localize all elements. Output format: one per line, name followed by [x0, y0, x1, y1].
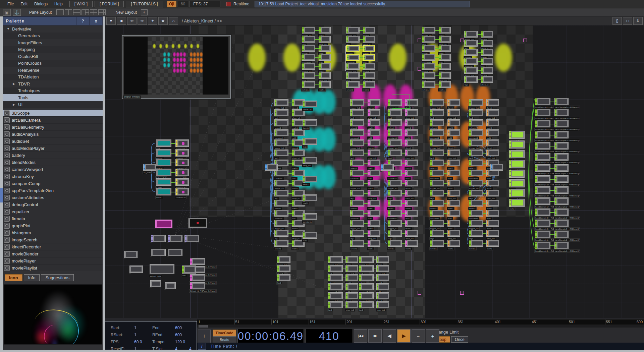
tree-item-realsense[interactable]: RealSense — [3, 67, 103, 74]
pane-vertical-icon[interactable]: ▯ — [612, 17, 622, 25]
menu-item-edit[interactable]: Edit — [17, 1, 31, 7]
network-node[interactable] — [350, 99, 364, 106]
time-path-slash-button[interactable]: / — [198, 343, 206, 350]
menu-item-file[interactable]: File — [4, 1, 17, 7]
network-node[interactable] — [535, 109, 550, 116]
network-node[interactable] — [486, 99, 499, 106]
network-node[interactable] — [430, 170, 444, 176]
network-node[interactable] — [359, 265, 374, 272]
network-canvas[interactable]: output_window TOPconstant21btcolor1const… — [105, 25, 644, 318]
network-node[interactable] — [277, 274, 290, 281]
network-node[interactable] — [156, 139, 171, 147]
tree-item-ui[interactable]: ▶UI — [3, 101, 103, 108]
network-node[interactable] — [535, 242, 550, 249]
network-node[interactable] — [368, 99, 380, 106]
network-node[interactable] — [439, 81, 451, 88]
network-node[interactable] — [405, 170, 418, 176]
network-node[interactable] — [328, 292, 343, 299]
tree-arrow-icon[interactable]: ▶ — [13, 82, 15, 85]
network-node[interactable] — [346, 81, 360, 88]
network-node[interactable] — [447, 170, 460, 176]
network-node[interactable] — [319, 45, 331, 52]
tree-item-mapping[interactable]: Mapping — [3, 46, 103, 53]
network-node[interactable] — [490, 164, 503, 171]
layout-preset-grid-6[interactable] — [98, 9, 106, 15]
network-node[interactable] — [447, 220, 460, 227]
network-node[interactable] — [469, 99, 483, 106]
network-node[interactable] — [368, 230, 380, 237]
timing-value[interactable]: 600 — [175, 326, 182, 330]
palette-item-histogram[interactable]: histogram — [3, 229, 103, 236]
layout-preset-quad[interactable] — [90, 9, 97, 15]
network-node[interactable] — [447, 160, 460, 166]
network-node[interactable] — [274, 200, 288, 207]
layout-preset-split-3[interactable] — [82, 9, 89, 15]
network-node[interactable] — [447, 139, 460, 146]
tree-item-oculusrift[interactable]: OculusRift — [3, 53, 103, 60]
add-icon[interactable]: + — [148, 17, 157, 25]
pause-button[interactable]: ▮▮ — [368, 329, 382, 343]
network-node[interactable] — [350, 220, 364, 227]
network-node[interactable] — [303, 101, 317, 107]
network-node[interactable] — [303, 176, 317, 182]
palette-item-audioAnalysis[interactable]: audioAnalysis — [3, 131, 103, 138]
network-node[interactable] — [319, 54, 331, 61]
network-node[interactable] — [447, 150, 460, 156]
network-node[interactable] — [481, 76, 493, 83]
network-node[interactable] — [469, 230, 483, 237]
palette-item-kinectRecorder[interactable]: kinectRecorder — [3, 243, 103, 250]
network-node[interactable] — [274, 150, 288, 156]
network-node[interactable] — [388, 230, 402, 237]
tree-item-tdableton[interactable]: TDAbleton — [3, 74, 103, 81]
network-node[interactable] — [535, 120, 550, 127]
network-node[interactable] — [274, 129, 288, 136]
network-node[interactable] — [359, 256, 374, 263]
network-node[interactable] — [302, 45, 315, 52]
network-node[interactable] — [346, 36, 360, 43]
menu-item-dialogs[interactable]: Dialogs — [31, 1, 51, 7]
network-node[interactable] — [156, 188, 171, 195]
network-node[interactable] — [274, 139, 288, 146]
network-node[interactable] — [368, 139, 380, 146]
timeline-ruler[interactable]: 151101151201251301351401451501551600 — [197, 319, 644, 325]
timing-value[interactable]: 4 — [189, 347, 192, 351]
network-node[interactable] — [328, 265, 343, 272]
menu-item-help[interactable]: Help — [51, 1, 66, 7]
network-node[interactable] — [554, 142, 569, 150]
network-node[interactable] — [350, 240, 364, 247]
network-node[interactable] — [175, 149, 189, 157]
cursor-mode-button[interactable]: I — [198, 330, 211, 343]
network-node[interactable] — [535, 98, 550, 105]
network-node[interactable] — [469, 210, 483, 217]
network-node[interactable] — [350, 109, 364, 116]
network-node[interactable] — [156, 169, 171, 176]
network-node[interactable] — [345, 292, 358, 299]
tree-item-tools[interactable]: Tools — [3, 94, 103, 101]
palette-close-button[interactable]: x — [89, 17, 102, 25]
network-node[interactable] — [430, 150, 444, 156]
pane-maximize-icon[interactable]: □ — [623, 17, 632, 25]
network-node[interactable] — [376, 301, 389, 308]
range-minus-button[interactable]: − — [412, 329, 425, 343]
network-node[interactable] — [368, 109, 380, 116]
layout-preset-split-h[interactable] — [73, 9, 80, 15]
network-node[interactable] — [535, 220, 550, 227]
network-node[interactable] — [143, 164, 156, 171]
network-node[interactable] — [274, 109, 288, 116]
stop-icon[interactable]: ■ — [117, 17, 126, 25]
network-node[interactable] — [156, 159, 171, 166]
network-node[interactable] — [368, 170, 380, 176]
network-node[interactable] — [447, 129, 460, 136]
network-node[interactable] — [486, 230, 499, 237]
network-node[interactable] — [277, 265, 290, 272]
network-node[interactable] — [554, 153, 569, 161]
network-node[interactable] — [481, 31, 493, 38]
network-node[interactable] — [302, 63, 315, 70]
network-node[interactable] — [388, 150, 402, 156]
network-node[interactable] — [430, 119, 444, 126]
network-node[interactable] — [554, 242, 569, 249]
network-node[interactable] — [481, 67, 493, 74]
network-node[interactable] — [319, 63, 331, 70]
network-node[interactable] — [469, 129, 483, 136]
network-node[interactable] — [422, 27, 435, 34]
